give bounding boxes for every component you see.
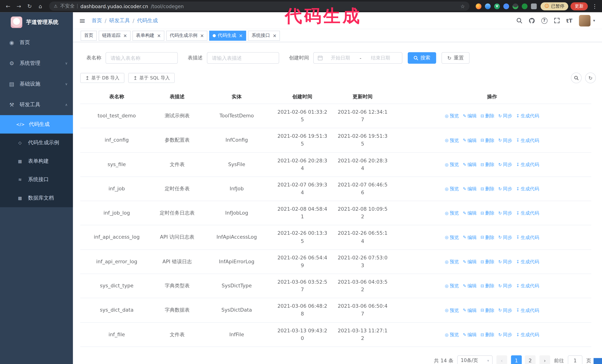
- action-delete[interactable]: ⊟删除: [481, 282, 494, 290]
- sidebar-item-tools[interactable]: ⚒研发工具∧: [0, 94, 73, 115]
- back-icon[interactable]: ←: [4, 3, 12, 9]
- page-button-2[interactable]: 2: [525, 355, 536, 364]
- action-edit[interactable]: ✎编辑: [463, 210, 477, 217]
- leaf-extension-icon[interactable]: [522, 3, 527, 9]
- extension-icon[interactable]: [513, 3, 518, 9]
- action-preview[interactable]: ◎预览: [445, 185, 459, 193]
- home-icon[interactable]: ⌂: [36, 3, 45, 9]
- goto-page-input[interactable]: [568, 355, 582, 364]
- action-sync[interactable]: ↻同步: [498, 161, 512, 168]
- end-date-placeholder[interactable]: 结束日期: [363, 55, 398, 61]
- url-bar[interactable]: ⚠ 不安全 dashboard.yudao.iocoder.cn/tool/co…: [49, 1, 470, 11]
- sidebar-item-infrastructure[interactable]: ▤基础设施∨: [0, 74, 73, 94]
- close-icon[interactable]: ×: [123, 33, 127, 38]
- action-sync[interactable]: ↻同步: [498, 282, 512, 290]
- browser-menu-kebab-icon[interactable]: ⋮: [592, 3, 597, 9]
- table-desc-input[interactable]: [207, 52, 279, 64]
- tab-codegen-example[interactable]: 代码生成示例×: [166, 31, 207, 41]
- action-edit[interactable]: ✎编辑: [463, 161, 477, 168]
- action-generate-code[interactable]: ↧生成代码: [516, 210, 539, 217]
- v-extension-icon[interactable]: V: [494, 3, 500, 9]
- action-sync[interactable]: ↻同步: [498, 137, 512, 144]
- tab-trace[interactable]: 链路追踪×: [99, 31, 130, 41]
- close-icon[interactable]: ×: [273, 33, 277, 38]
- action-generate-code[interactable]: ↧生成代码: [516, 282, 539, 290]
- tab-home[interactable]: 首页: [81, 31, 97, 41]
- action-preview[interactable]: ◎预览: [445, 161, 459, 168]
- action-delete[interactable]: ⊟删除: [481, 258, 494, 266]
- action-sync[interactable]: ↻同步: [498, 258, 512, 266]
- drop-extension-icon[interactable]: [485, 3, 491, 9]
- action-edit[interactable]: ✎编辑: [463, 258, 477, 266]
- breadcrumb-item[interactable]: 研发工具: [109, 17, 130, 24]
- close-icon[interactable]: ×: [157, 33, 161, 38]
- close-icon[interactable]: ×: [200, 33, 204, 38]
- action-preview[interactable]: ◎预览: [445, 331, 459, 338]
- next-page-button[interactable]: ›: [539, 355, 550, 364]
- create-time-range-picker[interactable]: 开始日期 - 结束日期: [313, 52, 402, 64]
- github-icon[interactable]: [529, 17, 535, 23]
- floating-widget[interactable]: [593, 358, 602, 364]
- page-button-1[interactable]: 1: [511, 355, 522, 364]
- refresh-table-button[interactable]: ↻: [585, 73, 596, 83]
- action-edit[interactable]: ✎编辑: [463, 137, 477, 144]
- action-sync[interactable]: ↻同步: [498, 307, 512, 314]
- security-label[interactable]: 不安全: [60, 3, 75, 10]
- action-preview[interactable]: ◎预览: [445, 137, 459, 144]
- fullscreen-icon[interactable]: [554, 18, 559, 23]
- action-preview[interactable]: ◎预览: [445, 307, 459, 314]
- action-edit[interactable]: ✎编辑: [463, 234, 477, 241]
- action-generate-code[interactable]: ↧生成代码: [516, 307, 539, 314]
- action-sync[interactable]: ↻同步: [498, 234, 512, 241]
- search-button[interactable]: 搜索: [408, 52, 436, 64]
- help-icon[interactable]: ?: [541, 17, 547, 23]
- action-edit[interactable]: ✎编辑: [463, 113, 477, 120]
- action-preview[interactable]: ◎预览: [445, 113, 459, 120]
- user-avatar[interactable]: [579, 15, 591, 26]
- sidebar-item-database-doc[interactable]: ▩数据库文档: [0, 189, 73, 207]
- logo[interactable]: 芋道管理系统: [0, 12, 73, 32]
- action-sync[interactable]: ↻同步: [498, 210, 512, 217]
- action-delete[interactable]: ⊟删除: [481, 161, 494, 168]
- action-delete[interactable]: ⊟删除: [481, 331, 494, 338]
- paused-chip[interactable]: ☺ 已暂停: [540, 2, 568, 10]
- reload-icon[interactable]: ↻: [25, 3, 34, 9]
- action-preview[interactable]: ◎预览: [445, 282, 459, 290]
- sidebar-item-example[interactable]: ◇代码生成示例: [0, 134, 73, 152]
- action-delete[interactable]: ⊟删除: [481, 234, 494, 241]
- action-generate-code[interactable]: ↧生成代码: [516, 137, 539, 144]
- action-generate-code[interactable]: ↧生成代码: [516, 258, 539, 266]
- close-icon[interactable]: ×: [239, 33, 243, 38]
- action-edit[interactable]: ✎编辑: [463, 307, 477, 314]
- import-sql-button[interactable]: ↥ 基于 SQL 导入: [128, 73, 175, 83]
- toggle-search-button[interactable]: [571, 73, 582, 83]
- sidebar-item-form-build[interactable]: ▦表单构建: [0, 152, 73, 170]
- action-generate-code[interactable]: ↧生成代码: [516, 234, 539, 241]
- breadcrumb-item[interactable]: 首页: [92, 17, 102, 24]
- action-delete[interactable]: ⊟删除: [481, 137, 494, 144]
- table-name-input[interactable]: [106, 52, 178, 64]
- action-delete[interactable]: ⊟删除: [481, 185, 494, 193]
- people-extension-icon[interactable]: [503, 3, 509, 9]
- chevron-down-icon[interactable]: ▾: [593, 18, 595, 23]
- action-edit[interactable]: ✎编辑: [463, 331, 477, 338]
- action-edit[interactable]: ✎编辑: [463, 282, 477, 290]
- bookmark-star-icon[interactable]: ☆: [461, 3, 465, 9]
- action-generate-code[interactable]: ↧生成代码: [516, 161, 539, 168]
- start-date-placeholder[interactable]: 开始日期: [323, 55, 358, 61]
- forward-icon[interactable]: →: [15, 3, 23, 9]
- puzzle-extension-icon[interactable]: [531, 3, 537, 9]
- action-sync[interactable]: ↻同步: [498, 185, 512, 193]
- action-delete[interactable]: ⊟删除: [481, 210, 494, 217]
- tab-codegen[interactable]: 代码生成×: [209, 31, 246, 41]
- update-button[interactable]: 更新: [570, 2, 588, 10]
- search-icon[interactable]: [516, 18, 522, 23]
- sidebar-item-gear[interactable]: ⚙系统管理∨: [0, 53, 73, 74]
- sidebar-item-dashboard[interactable]: ◉首页: [0, 32, 73, 53]
- sidebar-item-code[interactable]: </>代码生成: [0, 115, 73, 134]
- action-edit[interactable]: ✎编辑: [463, 185, 477, 193]
- firefox-extension-icon[interactable]: [476, 3, 481, 9]
- tab-api[interactable]: 系统接口×: [248, 31, 280, 41]
- import-db-button[interactable]: ↥ 基于 DB 导入: [80, 73, 124, 83]
- action-generate-code[interactable]: ↧生成代码: [516, 113, 539, 120]
